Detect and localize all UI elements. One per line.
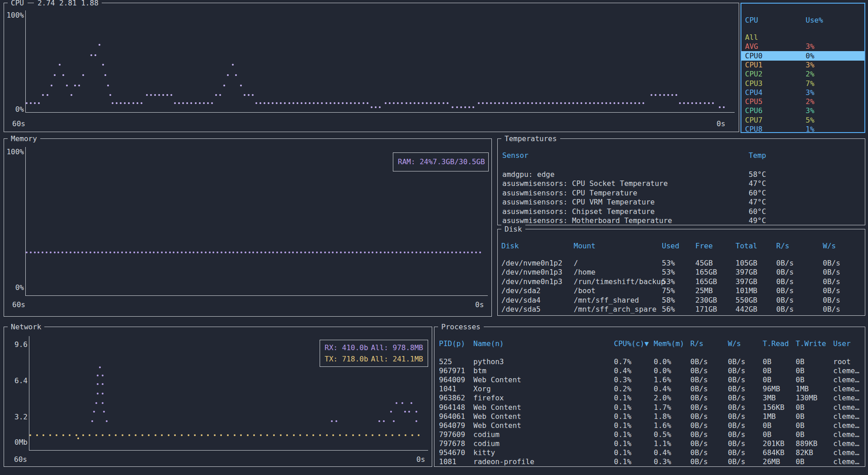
cpu-core-row[interactable]: All (741, 33, 864, 42)
process-row[interactable]: 1041Xorg0.2%0.4%0B/s0B/s96MB1MBcleme… (434, 384, 865, 394)
cell: 550GB (736, 295, 757, 305)
cell: 0B/s (690, 375, 708, 385)
cell: 3MB (763, 393, 776, 403)
cell: firefox (473, 393, 504, 403)
process-row[interactable]: 954670kitty0.1%0.4%0B/s0B/s684KB82KBclem… (434, 448, 865, 457)
cpu-core-row[interactable]: AVG3% (741, 42, 864, 51)
chart-dot (155, 434, 156, 436)
process-row[interactable]: 964061Web Content0.1%1.8%0B/s0B/s1MB0Bcl… (434, 412, 865, 421)
chart-dot (71, 94, 72, 96)
chart-dot (252, 94, 254, 96)
chart-dot (205, 252, 207, 253)
cell: 954670 (439, 448, 465, 457)
cell: 1.8% (654, 412, 671, 421)
cell: 3% (806, 88, 814, 97)
cpu-core-row[interactable]: CPU13% (741, 60, 864, 70)
cell: 964009 (439, 375, 465, 385)
chart-dot (219, 94, 221, 96)
process-row[interactable]: 967971btm0.4%0.0%0B/s0B/s0B0Bcleme… (434, 366, 865, 375)
cell: Web Content (473, 403, 521, 412)
cell: 0B/s (728, 457, 745, 466)
cell: /dev/sda4 (501, 295, 541, 305)
chart-dot (523, 102, 525, 104)
cell: /dev/nvme0n1p2 (501, 258, 562, 268)
chart-dot (358, 102, 360, 104)
title-dash (28, 3, 34, 3)
cpu-load-average: 2.74 2.81 1.88 (38, 0, 99, 8)
chart-dot (90, 54, 92, 56)
cpu-core-row[interactable]: CPU81% (741, 124, 864, 132)
temperatures-panel: Temperatures Sensor Temp amdgpu: edge58°… (497, 138, 865, 225)
chart-dot (162, 94, 164, 96)
cell: radeon-profile (473, 457, 534, 466)
chart-dot (91, 420, 93, 422)
chart-dot (247, 434, 249, 436)
cpu-core-row[interactable]: CPU75% (741, 115, 864, 125)
chart-dot (276, 252, 278, 253)
chart-dot (447, 252, 449, 253)
chart-dot (348, 252, 350, 253)
chart-dot (459, 252, 461, 253)
chart-dot (101, 252, 103, 253)
network-x-axis (29, 450, 428, 451)
process-row[interactable]: 964148Web Content0.1%1.7%0B/s0B/s156KB0B… (434, 403, 865, 412)
chart-dot (317, 102, 319, 104)
chart-dot (70, 252, 71, 253)
chart-dot (116, 102, 118, 104)
chart-dot (609, 102, 611, 104)
network-panel: Network 9.6 6.4 3.2 0Mb RX: 410.0b All: … (4, 327, 432, 467)
cpu-core-row[interactable]: CPU63% (741, 106, 864, 115)
chart-dot (174, 434, 176, 436)
process-row[interactable]: 964079Web Content0.1%1.6%0B/s0B/s0B0Bcle… (434, 421, 865, 430)
cell: 0B/s (728, 421, 745, 430)
cell: /boot (574, 286, 595, 295)
cell: CPU7 (745, 115, 763, 125)
process-row[interactable]: 797609codium0.1%0.5%0B/s0B/s0B0Bcleme… (434, 430, 865, 439)
process-row[interactable]: 964009Web Content0.3%1.6%0B/s0B/s0B0Bcle… (434, 375, 865, 385)
chart-dot (392, 252, 393, 253)
cell: AVG (745, 42, 758, 51)
cpu-core-row[interactable]: CPU22% (741, 69, 864, 79)
chart-dot (556, 102, 558, 104)
chart-dot (424, 252, 425, 253)
chart-dot (418, 434, 420, 436)
chart-dot (93, 411, 95, 413)
chart-dot (411, 434, 413, 436)
chart-dot (54, 252, 56, 253)
chart-dot (42, 94, 44, 96)
chart-dot (158, 94, 160, 96)
chart-dot (292, 102, 294, 104)
chart-dot (306, 434, 308, 436)
chart-dot (320, 252, 322, 253)
chart-dot (148, 434, 150, 436)
cpu-core-row[interactable]: CPU37% (741, 79, 864, 88)
cpu-core-row[interactable]: CPU52% (741, 97, 864, 106)
cpu-core-row[interactable]: CPU00% (741, 51, 864, 61)
chart-dot (345, 434, 347, 436)
chart-dot (511, 102, 513, 104)
cell: cleme… (833, 375, 859, 385)
cell: 7% (806, 79, 814, 88)
cell: 963862 (439, 393, 465, 403)
cell: 47°C (749, 197, 766, 207)
chart-dot (272, 102, 274, 104)
process-row[interactable]: 797678codium0.1%1.1%0B/s0B/s201KB889KBcl… (434, 439, 865, 448)
process-row[interactable]: 1081radeon-profile0.1%0.3%0B/s0B/s26MB0B… (434, 457, 865, 466)
chart-dot (593, 102, 595, 104)
chart-dot (181, 252, 183, 253)
temperature-row: amdgpu: edge58°C (498, 170, 865, 179)
chart-dot (376, 252, 377, 253)
disk-row: /dev/nvme0n1p2/53%45GB105GB0B/s0B/s (498, 258, 865, 268)
chart-dot (236, 252, 238, 253)
chart-dot (393, 420, 395, 422)
network-title-text: Network (11, 322, 41, 332)
process-row[interactable]: 525python30.7%0.0%0B/s0B/s0B0Broot (434, 357, 865, 366)
chart-dot (468, 106, 470, 108)
process-row[interactable]: 963862firefox0.1%2.0%0B/s0B/s3MB130MBcle… (434, 393, 865, 403)
chart-dot (330, 102, 331, 104)
chart-dot (77, 437, 79, 439)
cell: 0B/s (728, 384, 745, 394)
chart-dot (90, 252, 91, 253)
cpu-core-row[interactable]: CPU43% (741, 88, 864, 97)
chart-dot (539, 102, 541, 104)
